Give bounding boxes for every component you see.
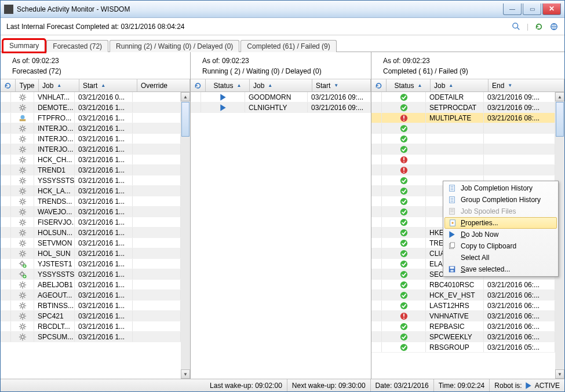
override-cell — [133, 196, 181, 206]
globe-search-icon[interactable] — [512, 22, 521, 31]
col-status[interactable]: Status — [206, 79, 250, 91]
panel3-refresh-button[interactable] — [371, 79, 387, 91]
table-row[interactable]: AGEOUT...03/21/2016 1... — [1, 290, 181, 301]
job-cell: RBTINSS... — [34, 301, 75, 310]
titlebar[interactable]: Schedule Activity Monitor - WISDOM — ▭ ✕ — [1, 1, 564, 18]
ctx-item[interactable]: Properties... — [444, 217, 557, 229]
table-row[interactable]: WAVEJO...03/21/2016 1... — [1, 207, 181, 217]
col-job[interactable]: Job — [250, 79, 312, 91]
table-row[interactable]: MULTIPLATE03/21/2016 08:... — [371, 113, 555, 123]
scroll-thumb[interactable] — [556, 102, 564, 137]
maximize-button[interactable]: ▭ — [523, 3, 541, 15]
svg-line-203 — [24, 338, 25, 339]
scroll-down-button[interactable]: ▼ — [555, 369, 564, 379]
tab-summary[interactable]: Summary — [3, 39, 45, 52]
panel-forecasted: As of: 09:02:23 Forecasted (72) Type Job… — [1, 52, 191, 379]
table-row[interactable]: SETPROCDAT03/21/2016 09:... — [371, 102, 555, 113]
svg-rect-212 — [403, 119, 404, 120]
ctx-item[interactable]: Save selected... — [444, 263, 557, 275]
context-menu[interactable]: Job Completion HistoryGroup Completion H… — [443, 181, 559, 277]
table-row[interactable]: INTERJO...03/21/2016 1... — [1, 134, 181, 144]
table-row[interactable]: VNHNATIVE03/21/2016 06:... — [371, 311, 555, 321]
panel2-refresh-button[interactable] — [191, 79, 206, 91]
table-row[interactable]: DEMOTE...03/21/2016 1... — [1, 102, 181, 113]
table-row[interactable]: HCK_LA...03/21/2016 1... — [1, 186, 181, 196]
table-row[interactable]: GOODMORN03/21/2016 09:... — [191, 92, 371, 102]
table-row[interactable]: HCK_EV_HST03/21/2016 06:... — [371, 290, 555, 301]
table-row[interactable] — [371, 155, 555, 165]
job-cell: TREND1 — [34, 165, 75, 175]
table-row[interactable]: SPCSUM...03/21/2016 1... — [1, 332, 181, 342]
col-start[interactable]: Start — [79, 79, 137, 91]
ctx-item[interactable]: Job Completion History — [444, 182, 557, 194]
scroll-up-button[interactable]: ▲ — [181, 92, 190, 101]
svg-point-146 — [20, 272, 23, 275]
tab-forecasted[interactable]: Forecasted (72) — [46, 40, 108, 52]
ctx-item[interactable]: Group Completion History — [444, 194, 557, 206]
table-row[interactable]: YSSYSSTS03/21/2016 1... — [1, 269, 181, 280]
table-row[interactable]: YSSYSSTS203/21/2016 1... — [1, 175, 181, 186]
svg-rect-21 — [19, 119, 25, 121]
table-row[interactable]: RBSGROUP03/21/2016 05:... — [371, 342, 555, 353]
svg-point-234 — [400, 302, 407, 309]
table-row[interactable]: TREND103/21/2016 1... — [1, 165, 181, 175]
type-icon — [11, 311, 34, 321]
panel1-refresh-button[interactable] — [1, 79, 16, 91]
close-button[interactable]: ✕ — [542, 3, 561, 15]
table-row[interactable] — [371, 123, 555, 134]
col-job[interactable]: Job — [431, 79, 489, 91]
refresh-icon[interactable] — [534, 22, 544, 31]
col-override[interactable]: Override — [137, 79, 190, 91]
table-row[interactable] — [371, 134, 555, 144]
table-row[interactable] — [371, 165, 555, 175]
table-row[interactable]: RBCDLT...03/21/2016 1... — [1, 321, 181, 332]
table-row[interactable]: INTERJO...03/21/2016 1... — [1, 144, 181, 155]
table-row[interactable]: INTERJO...03/21/2016 1... — [1, 123, 181, 134]
table-row[interactable]: SETVMON03/21/2016 1... — [1, 238, 181, 248]
table-row[interactable]: FTPFRO...03/21/2016 1... — [1, 113, 181, 123]
col-status[interactable]: Status — [387, 79, 431, 91]
table-row[interactable]: SPC42103/21/2016 1... — [1, 311, 181, 321]
panel1-scrollbar[interactable]: ▲ ▼ — [181, 92, 190, 379]
svg-point-228 — [400, 239, 407, 246]
ctx-item[interactable]: Do Job Now — [444, 229, 557, 240]
table-row[interactable] — [371, 144, 555, 155]
table-row[interactable]: REPBASIC03/21/2016 06:... — [371, 321, 555, 332]
tab-completed[interactable]: Completed (61) / Failed (9) — [240, 40, 336, 52]
svg-line-184 — [20, 313, 21, 314]
col-start[interactable]: Start — [312, 79, 371, 91]
table-row[interactable]: FISERVJO...03/21/2016 1... — [1, 217, 181, 228]
table-row[interactable]: ODETAILR03/21/2016 09:... — [371, 92, 555, 102]
svg-line-178 — [20, 307, 21, 308]
table-row[interactable]: SPCWEEKLY03/21/2016 06:... — [371, 332, 555, 342]
table-row[interactable]: CLNIGHTLY03/21/2016 09:... — [191, 102, 371, 113]
table-row[interactable]: HCK_CH...03/21/2016 1... — [1, 155, 181, 165]
job-cell: RBSGROUP — [426, 342, 484, 352]
table-row[interactable]: VNHLAT...03/21/2016 0... — [1, 92, 181, 102]
world-icon[interactable] — [549, 22, 559, 31]
table-row[interactable]: YJSTEST103/21/2016 1... — [1, 259, 181, 269]
scroll-thumb[interactable] — [181, 102, 189, 137]
col-type[interactable]: Type — [16, 79, 39, 91]
scroll-up-button[interactable]: ▲ — [555, 92, 564, 101]
ctx-item[interactable]: Copy to Clipboard — [444, 240, 557, 252]
panel1-body[interactable]: VNHLAT...03/21/2016 0...DEMOTE...03/21/2… — [1, 92, 181, 379]
table-row[interactable]: ABELJOB103/21/2016 1... — [1, 280, 181, 290]
col-job[interactable]: Job — [39, 79, 79, 91]
svg-point-41 — [21, 148, 24, 151]
svg-line-166 — [20, 292, 21, 294]
panel2-body[interactable]: GOODMORN03/21/2016 09:...CLNIGHTLY03/21/… — [191, 92, 371, 379]
tab-running[interactable]: Running (2) / Waiting (0) / Delayed (0) — [110, 40, 239, 52]
table-row[interactable]: RBC4010RSC03/21/2016 06:... — [371, 280, 555, 290]
ctx-item[interactable]: Select All — [444, 252, 557, 263]
scroll-down-button[interactable]: ▼ — [181, 369, 190, 379]
minimize-button[interactable]: — — [503, 3, 522, 15]
table-row[interactable]: RBTINSS...03/21/2016 1... — [1, 301, 181, 311]
table-row[interactable]: TRENDS...03/21/2016 1... — [1, 196, 181, 207]
table-row[interactable]: HOL_SUN03/21/2016 1... — [1, 248, 181, 259]
table-row[interactable]: LAST12HRS03/21/2016 06:... — [371, 301, 555, 311]
type-icon — [11, 155, 34, 164]
col-end[interactable]: End — [489, 79, 564, 91]
table-row[interactable]: HOLSUN...03/21/2016 1... — [1, 228, 181, 238]
status-time: Time: 09:02:24 — [433, 379, 490, 391]
